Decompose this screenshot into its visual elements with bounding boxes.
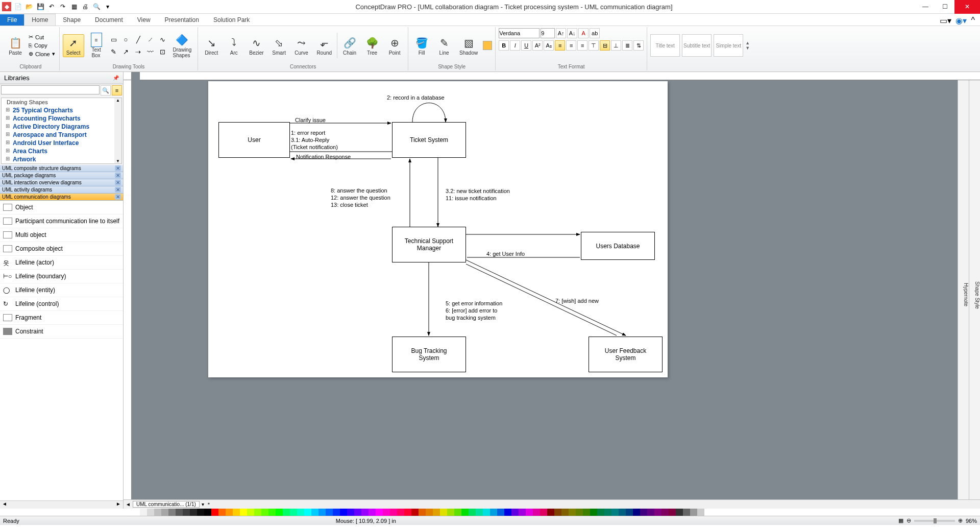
canvas-viewport[interactable]: User Ticket System Technical Support Man…	[132, 80, 958, 499]
fill-button[interactable]: 🪣Fill	[411, 35, 432, 57]
font-color-button[interactable]: A	[578, 28, 589, 38]
tree-item[interactable]: Active Directory Diagrams	[2, 123, 121, 131]
shapestyle-pane[interactable]: Shape Style	[969, 80, 980, 499]
polyline-tool-icon[interactable]: ⟋	[145, 34, 156, 44]
color-swatch[interactable]	[411, 509, 419, 516]
color-swatch[interactable]	[676, 509, 683, 516]
open-icon[interactable]: 📂	[24, 2, 34, 11]
clone-button[interactable]: ⊕Clone▾	[28, 50, 56, 58]
library-search-input[interactable]	[1, 85, 100, 94]
color-swatch[interactable]	[590, 509, 597, 516]
color-swatch[interactable]	[483, 509, 490, 516]
color-swatch[interactable]	[697, 509, 704, 516]
color-swatch[interactable]	[197, 509, 204, 516]
zoom-out-icon[interactable]: ⊖	[906, 517, 911, 524]
color-swatch[interactable]	[611, 509, 619, 516]
print-icon[interactable]: 🖨	[81, 2, 90, 11]
color-swatch[interactable]	[519, 509, 526, 516]
tree-scroll-down-icon[interactable]: ▼	[114, 159, 121, 163]
close-icon[interactable]: ✕	[115, 187, 121, 193]
color-swatch[interactable]	[619, 509, 626, 516]
align-center-button[interactable]: ≡	[566, 40, 576, 51]
zoom-level[interactable]: 96%	[966, 518, 977, 524]
color-swatch[interactable]	[447, 509, 454, 516]
curve-tool-icon[interactable]: ∿	[158, 34, 168, 44]
minimize-button[interactable]: —	[916, 0, 935, 14]
color-swatch[interactable]	[318, 509, 326, 516]
shape-item[interactable]: Multi object	[0, 228, 123, 242]
qat-dropdown-icon[interactable]: ▾	[103, 2, 112, 11]
color-swatch[interactable]	[226, 509, 233, 516]
color-swatch[interactable]	[140, 509, 147, 516]
subscript-button[interactable]: A₂	[544, 40, 554, 51]
color-swatch[interactable]	[190, 509, 197, 516]
color-swatch[interactable]	[168, 509, 176, 516]
line-spacing-button[interactable]: ≣	[622, 40, 632, 51]
shape-item[interactable]: Constraint	[0, 325, 123, 339]
increase-font-button[interactable]: A↑	[556, 28, 566, 38]
superscript-button[interactable]: A²	[532, 40, 543, 51]
tree-scroll-up-icon[interactable]: ▲	[114, 98, 121, 103]
simple-text-style[interactable]: Simple text	[714, 34, 743, 57]
copy-button[interactable]: ⎘Copy	[28, 42, 56, 49]
color-swatch[interactable]	[354, 509, 361, 516]
color-swatch[interactable]	[461, 509, 469, 516]
hypernote-pane[interactable]: Hypernote	[958, 80, 969, 499]
zoom-in-icon[interactable]: ⊕	[958, 517, 963, 524]
color-swatch[interactable]	[333, 509, 340, 516]
text-direction-button[interactable]: ⇅	[633, 40, 644, 51]
color-swatch[interactable]	[669, 509, 676, 516]
zoom-slider[interactable]	[914, 520, 955, 522]
list-view-icon[interactable]: ≡	[112, 85, 122, 95]
tree-item[interactable]: Android User Interface	[2, 139, 121, 147]
color-swatch[interactable]	[311, 509, 318, 516]
tree-button[interactable]: 🌳Tree	[362, 35, 382, 57]
color-swatch[interactable]	[526, 509, 533, 516]
color-swatch[interactable]	[662, 509, 669, 516]
style-scroll-up-icon[interactable]: ▲	[745, 40, 750, 45]
highlight-button[interactable]: ab	[590, 28, 600, 38]
node-ticket[interactable]: Ticket System	[392, 122, 466, 158]
direct-button[interactable]: ↘Direct	[201, 35, 222, 57]
color-swatch[interactable]	[211, 509, 218, 516]
align-middle-button[interactable]: ⊟	[600, 40, 610, 51]
page-nav-prev-icon[interactable]: ◄	[126, 501, 131, 507]
color-swatch[interactable]	[419, 509, 426, 516]
color-swatch[interactable]	[490, 509, 497, 516]
close-icon[interactable]: ✕	[115, 180, 121, 185]
color-swatch[interactable]	[233, 509, 240, 516]
color-swatch[interactable]	[326, 509, 333, 516]
color-swatch[interactable]	[283, 509, 290, 516]
color-swatch[interactable]	[554, 509, 561, 516]
node-bug[interactable]: Bug Tracking System	[392, 337, 466, 372]
preview-icon[interactable]: 🔍	[92, 2, 101, 11]
color-swatch[interactable]	[633, 509, 640, 516]
freehand-tool-icon[interactable]: 〰	[145, 46, 156, 57]
tab-document[interactable]: Document	[88, 14, 130, 26]
tree-item[interactable]: Area Charts	[2, 147, 121, 155]
font-size-select[interactable]	[541, 28, 555, 38]
color-swatch[interactable]	[583, 509, 590, 516]
color-swatch[interactable]	[397, 509, 404, 516]
color-swatch[interactable]	[469, 509, 476, 516]
tab-presentation[interactable]: Presentation	[158, 14, 206, 26]
pin-icon[interactable]: 📌	[113, 75, 119, 81]
diagram-page[interactable]: User Ticket System Technical Support Man…	[208, 81, 668, 377]
bezier-button[interactable]: ∿Bezier	[246, 35, 266, 57]
color-swatch[interactable]	[347, 509, 354, 516]
color-swatch[interactable]	[247, 509, 254, 516]
color-swatch[interactable]	[511, 509, 519, 516]
line-button[interactable]: ✎Line	[434, 35, 454, 57]
color-swatch[interactable]	[276, 509, 283, 516]
color-swatch[interactable]	[597, 509, 604, 516]
point-button[interactable]: ⊕Point	[384, 35, 405, 57]
tab-solutionpark[interactable]: Solution Park	[206, 14, 257, 26]
arrow-tool-icon[interactable]: ↗	[121, 46, 131, 57]
color-swatch[interactable]	[576, 509, 583, 516]
italic-button[interactable]: I	[510, 40, 520, 51]
color-swatch[interactable]	[547, 509, 554, 516]
color-swatch[interactable]	[497, 509, 504, 516]
color-swatch[interactable]	[340, 509, 347, 516]
align-right-button[interactable]: ≡	[577, 40, 587, 51]
color-swatch[interactable]	[161, 509, 168, 516]
